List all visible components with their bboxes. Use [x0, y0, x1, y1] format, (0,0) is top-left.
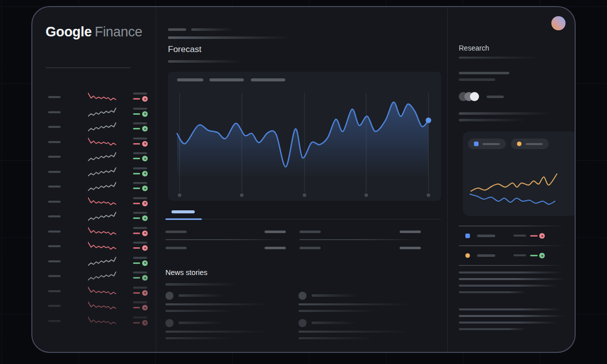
- row-divider: [459, 245, 566, 246]
- watchlist-row[interactable]: [32, 239, 156, 254]
- price-skeleton: [133, 197, 147, 199]
- change-dash: [133, 188, 140, 189]
- change-badge: [142, 201, 148, 206]
- sparkline: [88, 107, 116, 118]
- news-title: News stories: [165, 268, 207, 277]
- skeleton-bar: [459, 72, 509, 74]
- text-paragraph-skeleton: [459, 308, 566, 335]
- legend-chip[interactable]: [468, 139, 506, 149]
- change-dash: [530, 255, 538, 256]
- comparison-chart-card[interactable]: [463, 131, 576, 216]
- skeleton-bar: [459, 78, 495, 81]
- change-dash: [133, 113, 140, 115]
- price-skeleton: [133, 122, 147, 124]
- watchlist-row[interactable]: [32, 313, 156, 329]
- breadcrumb-skeleton: [191, 28, 235, 31]
- price-skeleton: [133, 108, 147, 110]
- source-avatar-skeleton: [165, 292, 174, 300]
- change-dash: [133, 98, 140, 100]
- watchlist-row[interactable]: [32, 254, 156, 269]
- yellow-circle-icon: [465, 253, 470, 258]
- series-yellow: [471, 174, 557, 191]
- change-dash: [133, 277, 140, 279]
- sparkline: [88, 241, 116, 252]
- forecast-title: Forecast: [168, 44, 201, 55]
- stat-divider: [165, 239, 287, 240]
- ticker-skeleton: [48, 141, 61, 143]
- news-item[interactable]: [298, 318, 427, 342]
- sparkline: [88, 136, 116, 148]
- watchlist-row[interactable]: [32, 149, 156, 164]
- ticker-skeleton: [48, 186, 61, 188]
- stat-value-skeleton: [265, 231, 286, 233]
- ticker-skeleton: [48, 231, 61, 233]
- watchlist-row[interactable]: [32, 298, 156, 313]
- tab-active-underline: [165, 218, 202, 220]
- sparkline: [88, 300, 116, 311]
- label-skeleton: [483, 143, 500, 145]
- change-dash: [133, 322, 140, 324]
- skeleton-line: [459, 322, 558, 324]
- sparkline: [88, 256, 116, 267]
- watchlist-row[interactable]: [32, 268, 156, 284]
- change-badge: [142, 305, 148, 310]
- google-finance-window: GoogleFinance: [31, 6, 576, 353]
- skeleton-line: [459, 291, 526, 293]
- sparkline: [88, 151, 116, 162]
- subtitle-skeleton: [168, 60, 245, 63]
- headline-skeleton: [165, 337, 236, 339]
- watchlist-row[interactable]: [32, 179, 156, 194]
- watchlist-row[interactable]: [32, 284, 156, 299]
- skeleton-line: [459, 271, 562, 274]
- ticker-skeleton: [48, 245, 61, 247]
- price-skeleton: [133, 227, 147, 229]
- headline-skeleton: [298, 310, 379, 312]
- news-item[interactable]: [165, 318, 294, 342]
- watchlist-row[interactable]: [32, 164, 156, 179]
- yellow-circle-icon: [517, 142, 522, 146]
- news-item[interactable]: [298, 291, 427, 314]
- change-dash: [133, 203, 140, 204]
- sparkline: [88, 196, 116, 207]
- news-item[interactable]: [165, 291, 294, 314]
- watchlist-row[interactable]: [32, 209, 156, 224]
- watchlist-row[interactable]: [32, 89, 156, 105]
- sparkline: [88, 92, 116, 103]
- price-skeleton: [133, 271, 147, 274]
- avatar-circle: [470, 92, 479, 101]
- watchlist-row[interactable]: [32, 119, 156, 134]
- price-skeleton: [133, 93, 147, 95]
- watchlist-row[interactable]: [32, 194, 156, 209]
- headline-skeleton: [165, 331, 272, 333]
- change-badge: [142, 290, 148, 296]
- text-paragraph-skeleton: [459, 271, 566, 298]
- skeleton-bar: [459, 119, 529, 121]
- forecast-chart-card[interactable]: [168, 72, 441, 201]
- sparkline: [88, 211, 116, 222]
- headline-skeleton: [165, 303, 272, 305]
- watchlist-row[interactable]: [32, 134, 156, 150]
- ticker-skeleton: [48, 171, 61, 173]
- watchlist-row[interactable]: [32, 105, 156, 120]
- skeleton-line: [459, 315, 565, 317]
- change-dash: [133, 262, 140, 264]
- change-badge: [142, 126, 148, 131]
- change-badge: [539, 253, 545, 258]
- change-badge: [142, 186, 148, 191]
- stat-label-skeleton: [299, 247, 321, 249]
- research-sidebar: Research: [448, 7, 576, 352]
- change-badge: [142, 245, 148, 251]
- sparkline: [88, 181, 116, 192]
- watchlist-row[interactable]: [32, 224, 156, 239]
- research-row[interactable]: [459, 232, 566, 241]
- change-dash: [133, 307, 140, 308]
- source-avatar-skeleton: [298, 319, 307, 327]
- price-skeleton: [133, 257, 147, 259]
- research-row[interactable]: [459, 251, 566, 261]
- change-badge: [142, 171, 148, 176]
- price-skeleton: [133, 138, 147, 140]
- legend-chip[interactable]: [511, 139, 549, 149]
- change-badge: [142, 111, 148, 117]
- price-skeleton: [133, 316, 147, 318]
- news-filter-skeleton: [165, 283, 240, 286]
